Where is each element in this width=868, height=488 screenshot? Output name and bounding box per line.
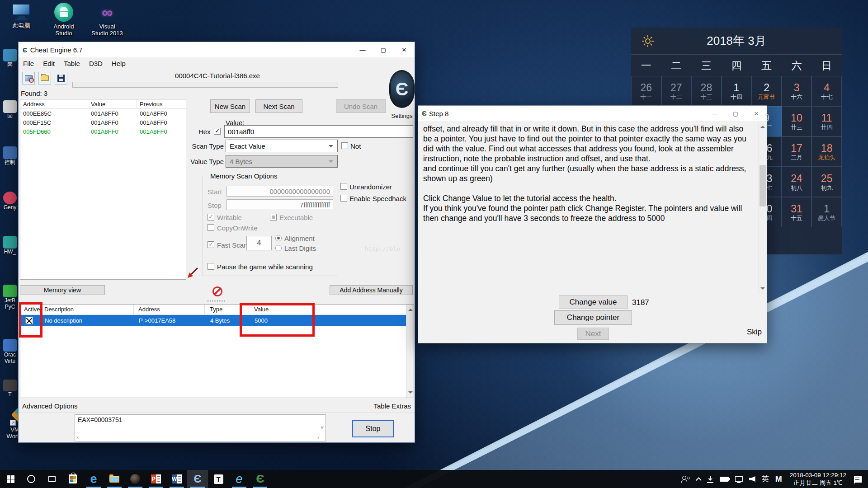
scan-stop-input[interactable]: 7fffffffffffffff	[226, 199, 333, 210]
copyonwrite-checkbox[interactable]	[208, 224, 214, 231]
calendar-cell[interactable]: 31十五	[782, 197, 812, 227]
taskbar-user-app[interactable]	[125, 470, 146, 488]
hex-checkbox[interactable]	[214, 128, 221, 135]
scan-type-dropdown[interactable]: Exact Value	[226, 140, 338, 152]
calendar-cell[interactable]: 27十二	[661, 76, 692, 106]
scroll-up-icon[interactable]	[408, 306, 413, 311]
splitter-handle[interactable]: ▪▪▪▪▪▪▪▪	[19, 299, 415, 303]
calendar-month-title[interactable]: 2018年 3月	[707, 33, 766, 49]
change-pointer-button[interactable]: Change pointer	[554, 310, 632, 325]
calendar-cell[interactable]: 17二月	[782, 136, 812, 167]
settings-link[interactable]: Settings	[388, 113, 415, 119]
cheat-table-scrollbar[interactable]	[406, 305, 414, 398]
register-list[interactable]: EAX=00003751 ˅ ‹ ›	[75, 414, 326, 441]
desktop-icon-t[interactable]: T	[1, 380, 19, 398]
cortana-button[interactable]	[21, 470, 42, 488]
action-center-button[interactable]	[851, 470, 868, 488]
people-button[interactable]	[678, 470, 693, 488]
desktop-icon-network[interactable]: 网	[1, 49, 19, 68]
taskbar-clock[interactable]: 2018-03-09 12:29:12 正月廿二 周五 1℃	[785, 471, 851, 487]
maximize-button[interactable]: ▢	[373, 42, 394, 57]
fast-scan-checkbox[interactable]	[208, 241, 214, 248]
taskbar-ce-tutorial[interactable]: Є	[250, 470, 270, 488]
cheat-table[interactable]: Active Description Address Type Value No…	[20, 304, 414, 398]
language-indicator[interactable]: 英	[759, 470, 772, 488]
calendar-cell[interactable]: 24初八	[782, 167, 812, 197]
open-table-button[interactable]	[38, 72, 51, 84]
executable-checkbox[interactable]	[270, 214, 277, 221]
scroll-right-icon[interactable]: ›	[317, 434, 319, 441]
desktop-icon-this-pc[interactable]: 此电脑	[2, 4, 41, 29]
menu-edit[interactable]: Edit	[38, 58, 59, 69]
taskbar-word[interactable]: W	[166, 470, 187, 488]
next-scan-button[interactable]: Next Scan	[255, 99, 302, 113]
advanced-options-label[interactable]: Advanced Options	[22, 402, 78, 410]
writable-checkbox[interactable]	[208, 214, 214, 221]
start-button[interactable]	[0, 470, 21, 488]
desktop-icon-android-studio[interactable]: AndroidStudio	[44, 3, 83, 37]
desktop-icon-genymotion[interactable]: Geny	[1, 192, 19, 211]
menu-help[interactable]: Help	[107, 58, 130, 69]
speedhack-checkbox[interactable]	[340, 195, 347, 202]
undo-scan-button[interactable]: Undo Scan	[336, 99, 386, 113]
scan-value-input[interactable]: 001a8ff0	[224, 125, 413, 138]
task-view-button[interactable]	[42, 470, 62, 488]
fast-scan-alignment-input[interactable]: 4	[246, 236, 272, 250]
menu-d3d[interactable]: D3D	[85, 58, 107, 69]
desktop-icon-virtualbox[interactable]: Orac Virtu	[1, 339, 19, 364]
calendar-cell[interactable]: 3十六	[782, 76, 812, 106]
desktop-icon-control-panel[interactable]: 控制	[1, 146, 19, 165]
tray-network[interactable]	[732, 470, 746, 488]
calendar-cell[interactable]: 1愚人节	[811, 197, 842, 227]
tray-power[interactable]	[717, 470, 732, 488]
menu-file[interactable]: File	[19, 58, 38, 69]
tray-expand-button[interactable]	[693, 470, 704, 488]
close-button[interactable]: ✕	[394, 42, 415, 57]
alignment-radio[interactable]	[275, 235, 282, 241]
scroll-down-icon[interactable]: ˅	[321, 425, 324, 431]
minimize-button[interactable]: —	[352, 42, 373, 57]
found-list-header[interactable]: Address Value Previous	[20, 99, 186, 109]
calendar-cell[interactable]: 1十四	[722, 76, 752, 106]
change-value-button[interactable]: Change value	[559, 296, 627, 309]
scroll-left-icon[interactable]: ‹	[77, 434, 79, 441]
taskbar-edge[interactable]: e	[83, 470, 104, 488]
new-scan-button[interactable]: New Scan	[210, 99, 250, 113]
value-type-dropdown[interactable]: 4 Bytes	[226, 155, 338, 168]
found-row[interactable]: 000EE85C 001A8FF0 001A8FF0	[20, 109, 186, 118]
taskbar-internet-explorer[interactable]: e	[229, 470, 250, 488]
close-button[interactable]: ✕	[746, 106, 767, 121]
taskbar-file-explorer[interactable]	[104, 470, 125, 488]
stop-button[interactable]: Stop	[352, 420, 394, 437]
calendar-cell[interactable]: 4十七	[811, 76, 842, 106]
scroll-down-icon[interactable]	[408, 391, 413, 396]
taskbar-cheat-engine[interactable]: Є	[187, 470, 208, 488]
desktop-icon-pycharm[interactable]: JetB PyC	[1, 285, 19, 310]
advanced-options-icon[interactable]	[212, 286, 222, 296]
calendar-cell[interactable]: 10廿三	[782, 106, 812, 136]
minimize-button[interactable]: —	[704, 106, 725, 121]
select-process-button[interactable]	[22, 72, 35, 84]
tray-volume[interactable]	[746, 470, 759, 488]
taskbar-typora[interactable]: T	[208, 470, 229, 488]
desktop-icon-recycle[interactable]: 回	[1, 100, 19, 119]
taskbar-store[interactable]	[62, 470, 83, 488]
calendar-cell[interactable]: 11廿四	[811, 106, 842, 136]
next-button[interactable]: Next	[577, 328, 609, 340]
cheat-engine-logo[interactable]: Є	[388, 66, 415, 112]
table-extras-label[interactable]: Table Extras	[373, 402, 411, 410]
found-address-list[interactable]: Address Value Previous 000EE85C 001A8FF0…	[20, 99, 186, 280]
scroll-down-icon[interactable]	[760, 287, 765, 292]
calendar-cell[interactable]: 2元宵节	[751, 76, 782, 106]
desktop-icon-visual-studio[interactable]: ∞ VisualStudio 2013	[88, 3, 127, 37]
calendar-cell[interactable]: 25初九	[811, 167, 842, 197]
unrandomizer-checkbox[interactable]	[340, 183, 347, 190]
found-row-static[interactable]: 005FD660 001A8FF0 001A8FF0	[20, 127, 186, 136]
cheat-table-row[interactable]: No description P->0017EA58 4 Bytes 5000	[21, 315, 406, 326]
menu-table[interactable]: Table	[59, 58, 85, 69]
skip-button[interactable]: Skip	[747, 328, 762, 337]
ime-indicator[interactable]: M	[772, 470, 785, 488]
found-row[interactable]: 000EF15C 001A8FF0 001A8FF0	[20, 118, 186, 127]
not-checkbox[interactable]	[341, 142, 348, 149]
pause-game-checkbox[interactable]	[208, 263, 214, 270]
